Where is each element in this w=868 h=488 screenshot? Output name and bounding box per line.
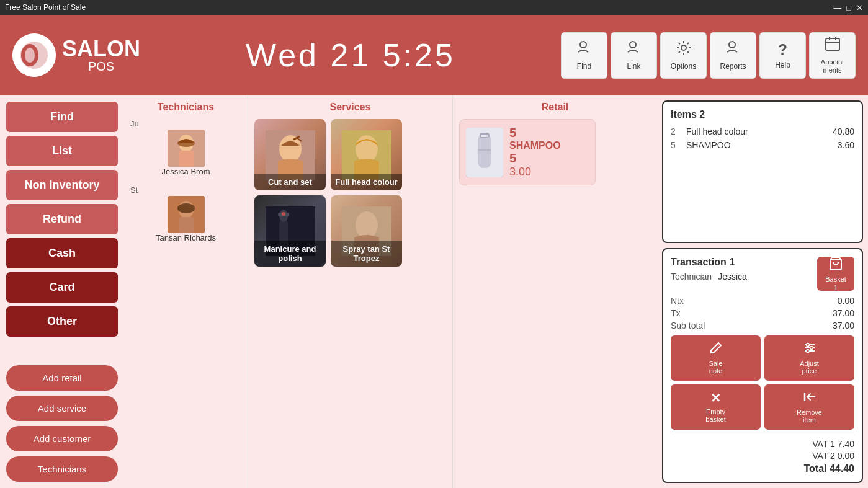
remove-icon: [803, 391, 816, 406]
svg-point-4: [580, 42, 586, 48]
retail-panel: Retail 5 SHAMPOO 5: [453, 95, 657, 488]
non-inventory-button[interactable]: Non Inventory: [6, 170, 118, 200]
x-icon: ✕: [710, 391, 721, 406]
transaction-box: Transaction 1 Technician Jessica: [662, 248, 863, 483]
header: SALON POS Wed 21 5:25 Find Link: [0, 15, 868, 95]
basket-count: 1: [834, 284, 838, 291]
list-item[interactable]: St Tansan Richards: [130, 185, 241, 242]
basket-icon: [828, 256, 843, 274]
help-button[interactable]: ? Help: [759, 32, 806, 79]
find-sidebar-button[interactable]: Find: [6, 102, 118, 132]
list-item[interactable]: Manicure and polish: [254, 195, 326, 267]
header-buttons: Find Link Options: [561, 32, 856, 79]
svg-rect-34: [478, 149, 491, 151]
basket-button[interactable]: Basket 1: [817, 257, 854, 291]
window-controls[interactable]: — □ ✕: [833, 3, 863, 12]
total-row: Total 44.40: [671, 463, 854, 474]
maximize-btn[interactable]: □: [846, 3, 851, 12]
center-area: Technicians Ju: [124, 95, 657, 488]
tx-row: Tx 37.00: [671, 308, 854, 318]
list-item[interactable]: Ju Jessica Brom: [130, 119, 241, 176]
item-price: 3.60: [838, 140, 854, 150]
add-retail-button[interactable]: Add retail: [6, 365, 118, 391]
titlebar: Free Salon Point of Sale — □ ✕: [0, 0, 868, 15]
other-button[interactable]: Other: [6, 306, 118, 337]
empty-basket-label: Emptybasket: [705, 408, 725, 423]
retail-title: Retail: [459, 102, 651, 113]
service-label: Spray tan St Tropez: [331, 241, 402, 267]
adjust-price-button[interactable]: Adjustprice: [764, 335, 854, 381]
retail-price: 3.00: [509, 166, 589, 179]
subtotal-row: Sub total 37.00: [671, 321, 854, 331]
refund-button[interactable]: Refund: [6, 204, 118, 234]
help-btn-label: Help: [775, 61, 790, 69]
services-panel: Services: [248, 95, 453, 488]
list-item[interactable]: Cut and set: [254, 119, 326, 190]
tech-initial: Ju: [130, 119, 139, 128]
reports-icon: [725, 40, 741, 60]
close-btn[interactable]: ✕: [856, 3, 863, 12]
edit-icon: [710, 342, 722, 357]
avatar: [168, 130, 205, 167]
list-item[interactable]: Spray tan St Tropez: [331, 195, 402, 267]
find-button[interactable]: Find: [561, 32, 607, 79]
transaction-title: Transaction 1: [671, 257, 747, 268]
list-item[interactable]: Full head colour: [331, 119, 402, 190]
svg-point-15: [177, 203, 195, 213]
total-label: Total: [803, 463, 829, 474]
appointments-button[interactable]: Appointments: [809, 32, 856, 79]
adjust-icon: [803, 342, 816, 357]
card-button[interactable]: Card: [6, 272, 118, 303]
sidebar: Find List Non Inventory Refund Cash Card…: [0, 95, 124, 488]
logo: SALON POS: [12, 33, 140, 77]
reports-button[interactable]: Reports: [710, 32, 756, 79]
subtotal-value: 37.00: [833, 321, 854, 331]
service-label: Full head colour: [331, 174, 402, 190]
tx-label: Tx: [671, 308, 681, 318]
svg-point-5: [630, 42, 636, 48]
add-customer-button[interactable]: Add customer: [6, 426, 118, 451]
service-label: Manicure and polish: [254, 241, 326, 267]
technicians-button[interactable]: Technicians: [6, 456, 118, 482]
vat2-row: VAT 2 0.00: [671, 451, 854, 461]
svg-rect-16: [179, 217, 194, 233]
remove-item-button[interactable]: Removeitem: [764, 384, 854, 430]
reports-btn-label: Reports: [720, 62, 746, 71]
tx-value: 37.00: [833, 308, 854, 318]
options-button[interactable]: Options: [660, 32, 707, 79]
divider: [671, 435, 854, 435]
vat2-label: VAT 2: [812, 451, 837, 461]
remove-item-label: Removeitem: [797, 409, 822, 424]
services-title: Services: [254, 102, 446, 113]
table-row: 5 SHAMPOO 3.60: [671, 140, 854, 150]
list-sidebar-button[interactable]: List: [6, 136, 118, 166]
vat1-row: VAT 1 7.40: [671, 439, 854, 449]
svg-point-6: [681, 45, 686, 50]
svg-point-39: [806, 344, 809, 347]
svg-rect-33: [481, 135, 488, 137]
retail-name: SHAMPOO: [509, 140, 589, 151]
empty-basket-button[interactable]: ✕ Emptybasket: [671, 384, 761, 430]
link-button[interactable]: Link: [611, 32, 657, 79]
help-icon: ?: [778, 41, 787, 58]
technician-value: Jessica: [718, 272, 747, 282]
technicians-panel: Technicians Ju: [124, 95, 248, 488]
service-grid: Cut and set Full head colour: [254, 119, 446, 267]
technician-label: Technician: [671, 272, 712, 282]
list-item[interactable]: 5 SHAMPOO 5 3.00: [459, 119, 596, 185]
svg-rect-31: [478, 134, 491, 168]
ntx-label: Ntx: [671, 296, 684, 306]
ntx-row: Ntx 0.00: [671, 296, 854, 306]
table-row: 2 Full head colour 40.80: [671, 126, 854, 136]
cash-button[interactable]: Cash: [6, 238, 118, 268]
tech-name: Jessica Brom: [161, 167, 210, 176]
items-box: Items 2 2 Full head colour 40.80 5 SHAMP…: [662, 100, 863, 243]
sale-note-button[interactable]: Salenote: [671, 335, 761, 381]
sale-note-label: Salenote: [709, 360, 722, 375]
add-service-button[interactable]: Add service: [6, 396, 118, 421]
panels-row: Technicians Ju: [124, 95, 657, 488]
svg-point-40: [810, 347, 813, 350]
item-name: Full head colour: [686, 126, 833, 136]
link-btn-label: Link: [627, 62, 640, 71]
minimize-btn[interactable]: —: [833, 3, 841, 12]
